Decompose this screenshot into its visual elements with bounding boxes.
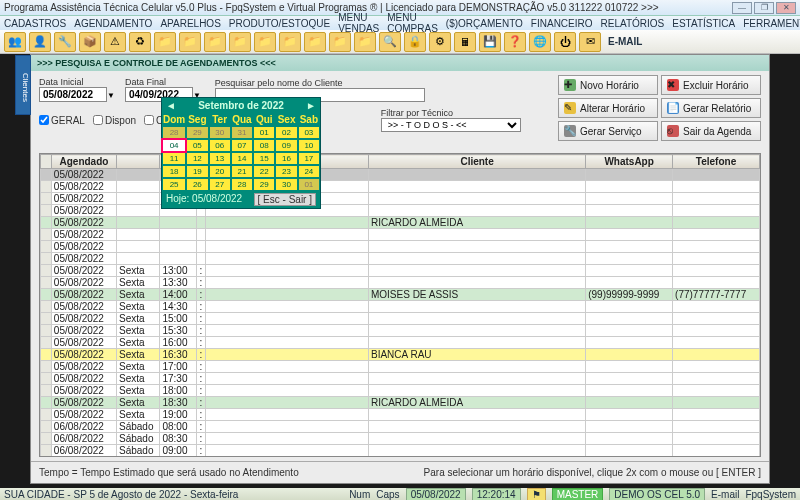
toolbar-icon-tool[interactable]: 🔧 <box>54 32 76 52</box>
cal-day[interactable]: 15 <box>254 153 274 164</box>
menu-menu vendas[interactable]: MENU VENDAS <box>338 12 379 34</box>
col-header[interactable]: WhatsApp <box>586 155 673 169</box>
table-row[interactable]: 06/08/2022Sábado09:00: <box>41 445 760 457</box>
menu-cadastros[interactable]: CADASTROS <box>4 18 66 29</box>
col-header[interactable] <box>117 155 160 169</box>
table-row[interactable]: 05/08/2022Sexta14:00:MOISES DE ASSIS(99)… <box>41 289 760 301</box>
menu-ferramentas[interactable]: FERRAMENTAS <box>743 18 800 29</box>
cal-day[interactable]: 11 <box>163 153 185 164</box>
menu-relatórios[interactable]: RELATÓRIOS <box>601 18 665 29</box>
toolbar-icon-folder6[interactable]: 📁 <box>279 32 301 52</box>
cal-day[interactable]: 17 <box>299 153 319 164</box>
toolbar-icon-gear[interactable]: ⚙ <box>429 32 451 52</box>
cal-day[interactable]: 24 <box>299 166 319 177</box>
cal-day[interactable]: 20 <box>210 166 230 177</box>
table-row[interactable]: 05/08/2022RICARDO ALMEIDA <box>41 217 760 229</box>
cal-day[interactable]: 29 <box>254 179 274 190</box>
table-row[interactable]: 05/08/2022 <box>41 205 760 217</box>
chk-dispon[interactable]: Dispon <box>93 115 136 126</box>
toolbar-icon-folder4[interactable]: 📁 <box>229 32 251 52</box>
data-inicial-input[interactable]: 05/08/2022 <box>39 87 107 102</box>
cal-day[interactable]: 14 <box>232 153 252 164</box>
table-row[interactable]: 05/08/2022 <box>41 193 760 205</box>
cal-prev[interactable]: ◄ <box>166 100 176 111</box>
toolbar-icon-calc[interactable]: 🖩 <box>454 32 476 52</box>
toolbar-icon-folder9[interactable]: 📁 <box>354 32 376 52</box>
minimize-button[interactable]: — <box>732 2 752 14</box>
cal-day[interactable]: 28 <box>232 179 252 190</box>
cal-day[interactable]: 18 <box>163 166 185 177</box>
table-row[interactable]: 05/08/2022 <box>41 253 760 265</box>
toolbar-icon-box[interactable]: 📦 <box>79 32 101 52</box>
cal-day[interactable]: 01 <box>299 179 319 190</box>
maximize-button[interactable]: ❐ <box>754 2 774 14</box>
cal-day[interactable]: 02 <box>276 127 296 138</box>
table-row[interactable]: 05/08/2022Sexta16:30:BIANCA RAU <box>41 349 760 361</box>
sidebar-tab-clientes[interactable]: Clientes <box>15 55 31 115</box>
tecnico-combo[interactable]: >> - T O D O S - << <box>381 118 521 132</box>
cal-day[interactable]: 21 <box>232 166 252 177</box>
cal-day[interactable]: 25 <box>163 179 185 190</box>
chk-geral[interactable]: GERAL <box>39 115 85 126</box>
table-row[interactable]: 06/08/2022Sábado09:30: <box>41 457 760 458</box>
toolbar-icon-folder5[interactable]: 📁 <box>254 32 276 52</box>
cal-day[interactable]: 23 <box>276 166 296 177</box>
table-row[interactable]: 05/08/2022Sexta17:30: <box>41 373 760 385</box>
cal-day[interactable]: 26 <box>187 179 207 190</box>
cal-day[interactable]: 19 <box>187 166 207 177</box>
table-row[interactable]: 05/08/2022Sexta18:30:RICARDO ALMEIDA <box>41 397 760 409</box>
schedule-grid[interactable]: AgendadoTécnicoClienteWhatsAppTelefone05… <box>39 153 761 457</box>
cal-day[interactable]: 08 <box>254 140 274 151</box>
col-header[interactable]: Telefone <box>673 155 760 169</box>
table-row[interactable]: 05/08/2022Sexta14:30: <box>41 301 760 313</box>
novo-horario-button[interactable]: ✚Novo Horário <box>558 75 658 95</box>
toolbar-icon-folder7[interactable]: 📁 <box>304 32 326 52</box>
toolbar-icon-help[interactable]: ❓ <box>504 32 526 52</box>
excluir-horario-button[interactable]: ✖Excluir Horário <box>661 75 761 95</box>
cal-day[interactable]: 13 <box>210 153 230 164</box>
cal-today[interactable]: Hoje: 05/08/2022 <box>166 193 242 206</box>
table-row[interactable]: 05/08/2022Sexta16:00: <box>41 337 760 349</box>
table-row[interactable]: 05/08/2022 <box>41 181 760 193</box>
toolbar-icon-search[interactable]: 🔍 <box>379 32 401 52</box>
table-row[interactable]: 06/08/2022Sábado08:30: <box>41 433 760 445</box>
table-row[interactable]: 05/08/2022Sexta13:30: <box>41 277 760 289</box>
toolbar-icon-folder3[interactable]: 📁 <box>204 32 226 52</box>
toolbar-icon-folder8[interactable]: 📁 <box>329 32 351 52</box>
close-button[interactable]: ✕ <box>776 2 796 14</box>
cal-day[interactable]: 27 <box>210 179 230 190</box>
table-row[interactable]: 06/08/2022Sábado08:00: <box>41 421 760 433</box>
dropdown-icon[interactable]: ▼ <box>107 91 115 100</box>
table-row[interactable]: 05/08/2022 <box>41 169 760 181</box>
cal-day[interactable]: 29 <box>187 127 207 138</box>
table-row[interactable]: 05/08/2022Sexta15:30: <box>41 325 760 337</box>
sair-agenda-button[interactable]: ⎋Sair da Agenda <box>661 121 761 141</box>
col-header[interactable]: Agendado <box>51 155 116 169</box>
toolbar-icon-recycle[interactable]: ♻ <box>129 32 151 52</box>
table-row[interactable]: 05/08/2022Sexta13:00: <box>41 265 760 277</box>
cal-day[interactable]: 28 <box>163 127 185 138</box>
cal-esc[interactable]: [ Esc - Sair ] <box>254 193 316 206</box>
cal-day[interactable]: 12 <box>187 153 207 164</box>
col-header[interactable]: Cliente <box>368 155 585 169</box>
status-fpq[interactable]: FpqSystem <box>745 489 796 500</box>
cal-day[interactable]: 07 <box>232 140 252 151</box>
alterar-horario-button[interactable]: ✎Alterar Horário <box>558 98 658 118</box>
toolbar-icon-power[interactable]: ⏻ <box>554 32 576 52</box>
toolbar-icon-mail[interactable]: ✉ <box>579 32 601 52</box>
status-email[interactable]: E-mail <box>711 489 739 500</box>
cal-day[interactable]: 10 <box>299 140 319 151</box>
cal-day[interactable]: 03 <box>299 127 319 138</box>
cal-day[interactable]: 16 <box>276 153 296 164</box>
cal-day[interactable]: 04 <box>163 140 185 151</box>
toolbar-icon-lock[interactable]: 🔒 <box>404 32 426 52</box>
cal-next[interactable]: ► <box>306 100 316 111</box>
toolbar-icon-user[interactable]: 👤 <box>29 32 51 52</box>
toolbar-icon-disk[interactable]: 💾 <box>479 32 501 52</box>
menu-financeiro[interactable]: FINANCEIRO <box>531 18 593 29</box>
table-row[interactable]: 05/08/2022Sexta19:00: <box>41 409 760 421</box>
table-row[interactable]: 05/08/2022 <box>41 229 760 241</box>
menu-aparelhos[interactable]: APARELHOS <box>160 18 220 29</box>
cal-day[interactable]: 05 <box>187 140 207 151</box>
toolbar-icon-globe[interactable]: 🌐 <box>529 32 551 52</box>
